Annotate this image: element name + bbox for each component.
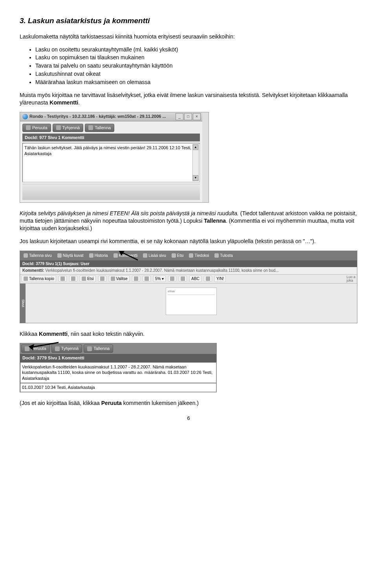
intro-paragraph: Laskulomaketta näytöltä tarkistaessasi k… bbox=[20, 33, 357, 40]
comment-textarea[interactable]: Tähän laskun selvitykset. Jätä päiväys j… bbox=[22, 143, 200, 182]
document-preview: elisa bbox=[26, 284, 357, 323]
tab-etsi[interactable]: Etsi bbox=[170, 252, 186, 260]
doc-brand: elisa bbox=[168, 289, 215, 294]
zoom-level[interactable]: 5% ▾ bbox=[153, 275, 166, 282]
print-button[interactable] bbox=[59, 276, 67, 282]
save-icon bbox=[88, 125, 93, 130]
page-icon bbox=[181, 277, 185, 281]
zoom-in-icon bbox=[170, 277, 174, 281]
peruuta-button[interactable]: Peruuta bbox=[22, 124, 51, 132]
bullet-item: Tavara tai palvelu on saatu seurakuntayh… bbox=[35, 62, 357, 70]
peruuta-button[interactable]: Peruuta bbox=[21, 344, 50, 353]
camera-icon bbox=[134, 277, 138, 281]
tab-tallenna-sivu[interactable]: Tallenna sivu bbox=[22, 252, 54, 260]
tallenna-button[interactable]: Tallenna bbox=[85, 124, 114, 132]
bullet-item: Laskutushinnat ovat oikeat bbox=[35, 70, 357, 78]
mail-button[interactable] bbox=[69, 276, 77, 282]
paragraph: Kirjoita selvitys päiväyksen ja nimesi E… bbox=[20, 210, 357, 232]
document-thumbnail: elisa bbox=[166, 288, 217, 315]
images-icon bbox=[57, 253, 62, 258]
app-toolbar-screenshot: Tallenna sivu Näytä kuvat Historia Komme… bbox=[20, 251, 357, 323]
comment-input[interactable]: 01.03.2007 10:34 Testi, Asiatarkastaja bbox=[20, 383, 216, 392]
comment-label: Kommentti: bbox=[22, 268, 44, 273]
paragraph: (Jos et aio kirjoittaa lisää, klikkaa Pe… bbox=[20, 399, 357, 407]
bullet-item: Määrärahaa laskun maksamiseen on olemass… bbox=[35, 79, 357, 86]
abc-button[interactable]: ABC bbox=[189, 275, 201, 282]
search-icon bbox=[172, 253, 176, 258]
hand-icon bbox=[100, 277, 104, 281]
text: (Jos et aio kirjoittaa lisää, klikkaa bbox=[20, 400, 101, 406]
paragraph: Klikkaa Kommentti, niin saat koko teksti… bbox=[20, 330, 357, 338]
toolbar: Peruuta Tyhjennä Tallenna bbox=[20, 343, 216, 354]
bullet-item: Lasku on sopimuksen tai tilauksen mukain… bbox=[35, 54, 357, 61]
comment-icon bbox=[113, 253, 118, 258]
window-title: Rondo - Testiyritys - 10.2.32.186 - käyt… bbox=[29, 114, 166, 119]
zoom-out-icon bbox=[145, 277, 149, 281]
sidebar-tab-sivut[interactable]: Sivut bbox=[20, 284, 26, 323]
tab-nayta-kuvat[interactable]: Näytä kuvat bbox=[55, 252, 86, 260]
zoom-in-button[interactable] bbox=[168, 276, 176, 282]
tallenna-kopio-button[interactable]: Tallenna kopio bbox=[22, 275, 56, 282]
help-button[interactable] bbox=[204, 276, 212, 282]
kommentti-word: Kommentti bbox=[39, 331, 68, 337]
tallenna-word: Tallenna bbox=[204, 218, 226, 224]
doc-info-bar: DocId: 3779 Sivu 1 Kommentti bbox=[20, 354, 216, 362]
app-icon bbox=[22, 114, 28, 119]
tab-kommentti[interactable]: Kommentti bbox=[112, 252, 140, 260]
scroll-down-icon[interactable]: ▼ bbox=[193, 175, 198, 181]
doc-info-bar: DocId: 977 Sivu 1 Kommentti bbox=[22, 134, 200, 142]
page-nav-button[interactable] bbox=[179, 276, 187, 282]
yn-button[interactable]: Y/N! bbox=[214, 275, 226, 282]
hand-tool-button[interactable] bbox=[98, 276, 106, 282]
valitse-button[interactable]: Valitse bbox=[109, 275, 130, 282]
top-tab-row: Tallenna sivu Näytä kuvat Historia Komme… bbox=[20, 251, 357, 260]
bullet-item: Lasku on osoitettu seurakuntayhtymälle (… bbox=[35, 46, 357, 53]
clear-icon bbox=[55, 346, 60, 351]
window-footer bbox=[22, 184, 200, 200]
zoom-out-button[interactable] bbox=[143, 276, 151, 282]
clear-icon bbox=[56, 125, 61, 130]
help-icon bbox=[206, 277, 210, 281]
tyhjenna-button[interactable]: Tyhjennä bbox=[53, 124, 84, 132]
text: kommentin lukemisen jälkeen.) bbox=[122, 400, 199, 406]
textarea-scrollbar[interactable]: ▲ ▼ bbox=[192, 144, 199, 181]
tallenna-button[interactable]: Tallenna bbox=[84, 344, 113, 353]
minimize-button[interactable]: _ bbox=[176, 113, 183, 120]
tab-historia[interactable]: Historia bbox=[87, 252, 110, 260]
text: , niin saat koko tekstin näkyviin. bbox=[68, 331, 145, 337]
paragraph: Muista myös kirjoittaa ne tarvittavat li… bbox=[20, 92, 357, 106]
save-copy-icon bbox=[24, 277, 28, 281]
search-icon bbox=[82, 277, 86, 281]
close-button[interactable]: × bbox=[193, 113, 201, 120]
tab-tiedoksi[interactable]: Tiedoksi bbox=[187, 252, 211, 260]
scroll-up-icon[interactable]: ▲ bbox=[193, 145, 198, 150]
camera-button[interactable] bbox=[132, 276, 140, 282]
maximize-button[interactable]: □ bbox=[184, 113, 192, 120]
cancel-icon bbox=[25, 346, 29, 351]
textarea-content: Tähän laskun selvitykset. Jätä päiväys j… bbox=[24, 145, 198, 156]
luo-label: Luo ajoka bbox=[346, 275, 355, 282]
pdf-toolbar: Tallenna kopio Etsi Valitse 5% ▾ ABC Y/N… bbox=[20, 274, 357, 284]
text: Klikkaa bbox=[20, 331, 39, 337]
kommentti-word: Kommentti bbox=[49, 99, 78, 106]
window-scrollbar[interactable] bbox=[202, 112, 209, 203]
page-number: 6 bbox=[20, 415, 357, 422]
print-icon bbox=[60, 277, 65, 281]
doc-info-bar: DocId: 3779 Sivu 1(1) Suojaus: User bbox=[20, 260, 357, 267]
visible-comment-line: Kommentti: Verkkopalvelun fi-osoitteiden… bbox=[20, 267, 357, 274]
section-heading: 3. Laskun asiatarkistus ja kommentti bbox=[20, 16, 357, 26]
text-italic: Kirjoita selvitys päiväyksen ja nimesi E… bbox=[20, 210, 239, 216]
comment-window: Rondo - Testiyritys - 10.2.32.186 - käyt… bbox=[20, 112, 209, 203]
toolbar: Peruuta Tyhjennä Tallenna bbox=[22, 124, 200, 132]
save-icon bbox=[87, 346, 92, 351]
etsi-button[interactable]: Etsi bbox=[80, 275, 96, 282]
window-titlebar: Rondo - Testiyritys - 10.2.32.186 - käyt… bbox=[20, 112, 202, 121]
bullet-list: Lasku on osoitettu seurakuntayhtymälle (… bbox=[20, 46, 357, 86]
tab-tulosta[interactable]: Tulosta bbox=[212, 252, 234, 260]
comment-text: Verkkopalvelun fi-osoitteiden kuukausima… bbox=[45, 268, 278, 273]
add-page-icon bbox=[143, 253, 147, 258]
history-icon bbox=[89, 253, 93, 258]
tyhjenna-button[interactable]: Tyhjennä bbox=[51, 344, 82, 353]
tab-lisaa-sivu[interactable]: Lisää sivu bbox=[141, 252, 168, 260]
comment-readonly-text: Verkkopalvelun fi-osoitteiden kuukausima… bbox=[20, 362, 216, 383]
